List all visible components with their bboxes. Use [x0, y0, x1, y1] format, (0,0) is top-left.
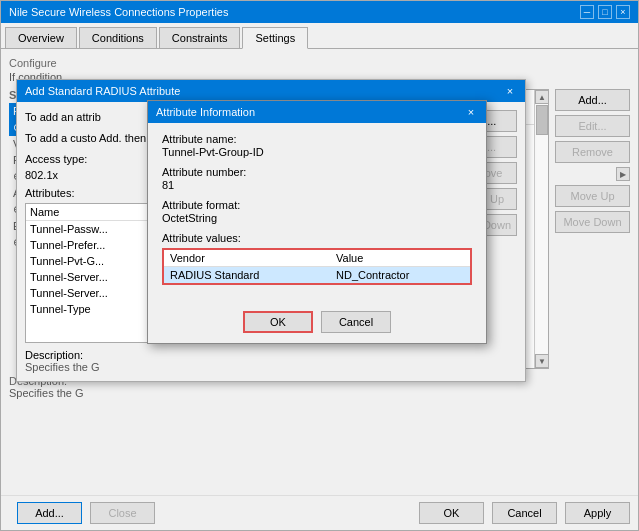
attr-values-table: Vendor Value RADIUS Standard ND_Contract… — [164, 250, 470, 283]
attr-info-close-button[interactable]: × — [464, 105, 478, 119]
window-footer: Add... Close OK Cancel Apply — [1, 495, 638, 530]
scroll-down-btn[interactable]: ▼ — [535, 354, 549, 368]
main-window-title: Nile Secure Wireless Connections Propert… — [9, 6, 228, 18]
footer-close-button[interactable]: Close — [90, 502, 155, 524]
scroll-up-btn[interactable]: ▲ — [535, 90, 549, 104]
attr-number-field: Attribute number: 81 — [162, 166, 472, 191]
radius-dialog: Add Standard RADIUS Attribute × To add a… — [16, 79, 526, 382]
attr-format-label: Attribute format: — [162, 199, 472, 211]
attr-values-label: Attribute values: — [162, 232, 472, 244]
bg-description-text: Specifies the G — [9, 387, 630, 399]
attr-number-label: Attribute number: — [162, 166, 472, 178]
attr-number-value: 81 — [162, 179, 472, 191]
footer-ok-button[interactable]: OK — [419, 502, 484, 524]
radius-description-label: Description: — [25, 349, 439, 361]
main-content: Configure If condition Settings: RADIU ⊙… — [1, 49, 638, 495]
attr-name-field: Attribute name: Tunnel-Pvt-Group-ID — [162, 133, 472, 158]
radius-dialog-close-button[interactable]: × — [503, 84, 517, 98]
attr-info-title-bar: Attribute Information × — [148, 101, 486, 123]
attr-col-vendor: Vendor — [164, 250, 330, 267]
attr-row-1-value: ND_Contractor — [330, 267, 470, 284]
title-bar-buttons: ─ □ × — [580, 5, 630, 19]
main-title-bar: Nile Secure Wireless Connections Propert… — [1, 1, 638, 23]
minimize-button[interactable]: ─ — [580, 5, 594, 19]
radius-attr-col-name: Name — [30, 206, 59, 218]
tab-bar: Overview Conditions Constraints Settings — [1, 23, 638, 49]
footer-apply-button[interactable]: Apply — [565, 502, 630, 524]
attr-info-cancel-button[interactable]: Cancel — [321, 311, 391, 333]
bg-add-button[interactable]: Add... — [555, 89, 630, 111]
close-button[interactable]: × — [616, 5, 630, 19]
bg-expand-icon[interactable]: ▶ — [616, 167, 630, 181]
tab-settings[interactable]: Settings — [242, 27, 308, 49]
attr-col-value: Value — [330, 250, 470, 267]
bg-moveup-button[interactable]: Move Up — [555, 185, 630, 207]
footer-cancel-button[interactable]: Cancel — [492, 502, 557, 524]
configure-label: Configure — [9, 57, 57, 69]
attr-name-value: Tunnel-Pvt-Group-ID — [162, 146, 472, 158]
attr-value-row-1[interactable]: RADIUS Standard ND_Contractor — [164, 267, 470, 284]
bg-scrollbar[interactable]: ▲ ▼ — [534, 90, 548, 368]
radius-description-text: Specifies the G — [25, 361, 439, 373]
main-window: Nile Secure Wireless Connections Propert… — [0, 0, 639, 531]
bg-remove-button[interactable]: Remove — [555, 141, 630, 163]
scroll-thumb[interactable] — [536, 105, 548, 135]
attr-info-ok-button[interactable]: OK — [243, 311, 313, 333]
attr-row-1-vendor: RADIUS Standard — [164, 267, 330, 284]
bg-edit-button[interactable]: Edit... — [555, 115, 630, 137]
attr-info-footer: OK Cancel — [148, 303, 486, 343]
attr-values-table-container: Vendor Value RADIUS Standard ND_Contract… — [162, 248, 472, 285]
attr-format-field: Attribute format: OctetString — [162, 199, 472, 224]
maximize-button[interactable]: □ — [598, 5, 612, 19]
tab-conditions[interactable]: Conditions — [79, 27, 157, 48]
radius-dialog-title: Add Standard RADIUS Attribute — [25, 85, 180, 97]
attr-info-title: Attribute Information — [156, 106, 255, 118]
attr-format-value: OctetString — [162, 212, 472, 224]
radius-dialog-title-bar: Add Standard RADIUS Attribute × — [17, 80, 525, 102]
attr-info-content: Attribute name: Tunnel-Pvt-Group-ID Attr… — [148, 123, 486, 303]
tab-overview[interactable]: Overview — [5, 27, 77, 48]
scroll-track — [535, 104, 548, 354]
tab-constraints[interactable]: Constraints — [159, 27, 241, 48]
attr-name-label: Attribute name: — [162, 133, 472, 145]
bg-movedown-button[interactable]: Move Down — [555, 211, 630, 233]
attr-info-dialog: Attribute Information × Attribute name: … — [147, 100, 487, 344]
footer-add-button[interactable]: Add... — [17, 502, 82, 524]
